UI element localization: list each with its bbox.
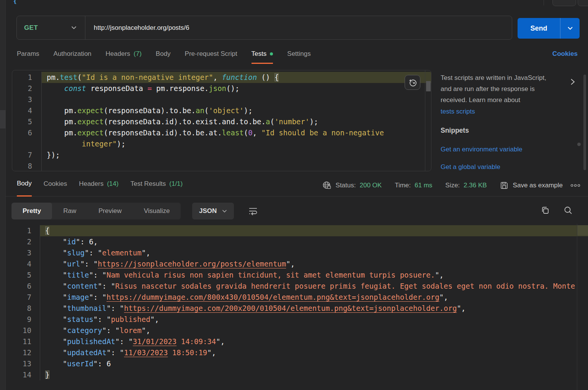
response-tab-body[interactable]: Body: [17, 174, 32, 197]
code-text: pm.expect(responseData.id).to.exist.and.…: [42, 116, 431, 127]
tab-params[interactable]: Params: [17, 48, 39, 63]
code-line[interactable]: 3: [12, 94, 431, 105]
view-visualize[interactable]: Visualize: [133, 203, 181, 219]
truncated-toolbar-button[interactable]: [552, 0, 576, 6]
response-tab-cookies[interactable]: Cookies: [44, 174, 67, 197]
tests-scripts-link[interactable]: tests scripts: [441, 106, 475, 117]
code-token: ": [63, 282, 67, 290]
panel-scrollbar[interactable]: [583, 75, 586, 170]
line-number: 7: [12, 150, 42, 161]
code-line[interactable]: 8 "thumbnail": "https://dummyimage.com/2…: [0, 303, 588, 314]
code-line[interactable]: integer");: [12, 138, 431, 150]
code-token: :: [93, 271, 102, 279]
code-line[interactable]: 7});: [12, 150, 431, 161]
view-pretty[interactable]: Pretty: [11, 203, 52, 219]
collapse-panel-button[interactable]: [570, 78, 575, 85]
code-token: :: [80, 237, 89, 246]
postbot-button[interactable]: [405, 75, 420, 90]
tab-authorization[interactable]: Authorization: [54, 48, 91, 63]
code-token: }: [45, 370, 49, 379]
line-number: 1: [0, 225, 40, 236]
code-token: :: [111, 304, 120, 312]
editor-scrollbar-thumb[interactable]: [426, 81, 431, 91]
more-options-button[interactable]: [570, 184, 580, 187]
response-tab-test-results[interactable]: Test Results(1/1): [131, 174, 183, 197]
code-token: 11/03/2023: [124, 348, 168, 357]
code-token: :: [98, 359, 106, 368]
code-line[interactable]: 6 pm.expect(responseData.id).to.be.at.le…: [12, 127, 431, 138]
line-number: 5: [12, 116, 42, 127]
url-input[interactable]: http://jsonplaceholder.org/posts/6: [85, 24, 189, 32]
method-label: GET: [24, 24, 38, 32]
code-line[interactable]: 4 "url": "https://jsonplaceholder.org/po…: [0, 258, 588, 270]
code-token: ": [63, 348, 67, 357]
code-line[interactable]: 12 "updatedAt": "11/03/2023 18:50:19",: [0, 347, 588, 358]
network-info-icon[interactable]: [322, 180, 332, 190]
code-token: =: [147, 84, 152, 93]
tests-modified-dot: [270, 52, 273, 55]
view-preview[interactable]: Preview: [87, 203, 132, 219]
code-token: ": [102, 271, 106, 279]
code-token: {: [274, 73, 279, 81]
code-text: "url": "https://jsonplaceholder.org/post…: [40, 258, 588, 270]
code-line[interactable]: 1pm.test("Id is a non-negative integer",…: [12, 72, 431, 83]
code-line[interactable]: 13 "userId": 6: [0, 358, 588, 369]
code-line[interactable]: 14}: [0, 369, 588, 380]
send-button[interactable]: Send: [518, 18, 580, 39]
code-token: ,: [213, 73, 222, 81]
code-line[interactable]: 11 "publishedAt": "31/01/2023 14:09:34",: [0, 336, 588, 347]
wrap-text-button[interactable]: [248, 206, 258, 216]
copy-button[interactable]: [541, 206, 550, 215]
code-token: expect: [77, 117, 104, 126]
code-token: ": [93, 260, 98, 268]
method-selector[interactable]: GET: [17, 16, 85, 39]
code-line[interactable]: 5 "title": "Nam vehicula risus non sapie…: [0, 270, 588, 281]
cookies-link[interactable]: Cookies: [552, 50, 578, 58]
code-token: pm.: [47, 106, 77, 115]
tab-pre-request-script[interactable]: Pre-request Script: [185, 48, 237, 63]
code-line[interactable]: 2 "id": 6,: [0, 236, 588, 247]
tab-headers[interactable]: Headers(7): [106, 48, 142, 63]
truncated-toolbar-button[interactable]: [578, 0, 588, 6]
send-options-caret[interactable]: [560, 18, 580, 39]
snippet-get-global-variable[interactable]: Get a global variable: [441, 163, 500, 171]
code-token: expect: [77, 128, 104, 137]
code-line[interactable]: 6 "content": "Risus nascetur sodales gra…: [0, 281, 588, 292]
response-tab-headers[interactable]: Headers(14): [79, 174, 119, 197]
code-line[interactable]: 9 "status": "published",: [0, 314, 588, 325]
line-number: 6: [12, 127, 42, 138]
code-line[interactable]: 4 pm.expect(responseData).to.be.an('obje…: [12, 105, 431, 116]
search-button[interactable]: [564, 206, 573, 215]
test-script-editor[interactable]: 1pm.test("Id is a non-negative integer",…: [12, 70, 431, 171]
code-token: least: [222, 128, 244, 137]
code-line[interactable]: 7 "image": "https://dummyimage.com/800x4…: [0, 292, 588, 303]
tests-help-panel: Test scripts are written in JavaScript, …: [432, 70, 588, 172]
code-line[interactable]: 8: [12, 161, 431, 171]
editor-scrollbar[interactable]: [425, 70, 431, 171]
line-number: 1: [12, 72, 42, 83]
truncated-tab-icon: ❴: [13, 0, 18, 5]
view-raw[interactable]: Raw: [52, 203, 87, 219]
code-token: [45, 304, 63, 312]
save-as-example-button[interactable]: Save as example: [513, 182, 563, 189]
code-line[interactable]: 5 pm.expect(responseData.id).to.exist.an…: [12, 116, 431, 127]
response-tabs: Body Cookies Headers(14) Test Results(1/…: [17, 174, 183, 197]
code-token: (responseData).to.be.: [104, 106, 196, 115]
code-line[interactable]: 2 const responseData = pm.response.json(…: [12, 83, 431, 94]
snippet-get-environment-variable[interactable]: Get an environment variable: [441, 146, 523, 153]
tab-tests[interactable]: Tests: [252, 48, 273, 64]
code-token: (responseData.id).to.exist.and.to.be.: [104, 117, 266, 126]
code-token: ": [102, 326, 106, 335]
code-line[interactable]: 1{: [0, 225, 588, 236]
code-line[interactable]: 3 "slug": "elementum",: [0, 247, 588, 258]
code-line[interactable]: 10 "category": "lorem",: [0, 325, 588, 336]
tab-body[interactable]: Body: [156, 48, 171, 63]
code-text: "thumbnail": "https://dummyimage.com/200…: [40, 303, 588, 314]
tab-settings[interactable]: Settings: [287, 48, 310, 63]
code-token: ": [98, 249, 102, 257]
code-token: );: [244, 106, 253, 115]
code-token: content: [67, 282, 98, 290]
code-token: [47, 84, 64, 93]
response-body-viewer[interactable]: 1{2 "id": 6,3 "slug": "elementum",4 "url…: [0, 224, 588, 390]
format-dropdown[interactable]: JSON: [192, 203, 234, 219]
